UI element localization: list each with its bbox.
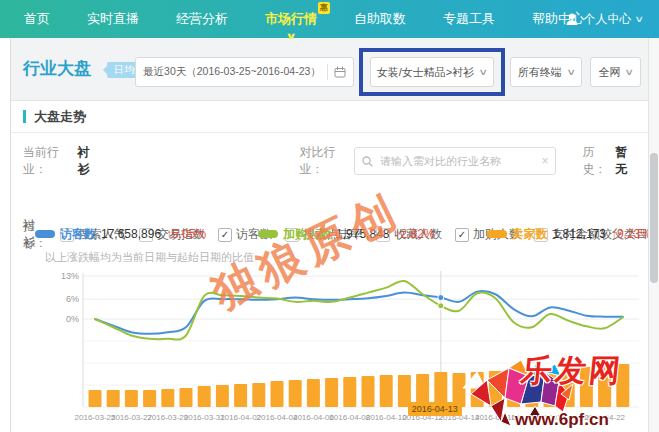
network-select[interactable]: 全网 ∨ (590, 57, 641, 87)
chevron-down-icon: ∨ (635, 14, 645, 24)
annotation-highlight-box: 女装/女士精品>衬衫 ∨ (359, 48, 505, 96)
date-range-picker[interactable]: 最近30天（2016-03-25~2016-04-23） (135, 57, 354, 87)
site-logo: 乐发网 www.6pf.cn (457, 350, 649, 430)
site-name: 乐发网 (519, 350, 625, 392)
chevron-down-icon: ∨ (566, 67, 576, 77)
nav-item-analysis[interactable]: 经营分析 (176, 10, 228, 28)
industry-row: 当前行业： 衬衫 对比行业： × 历史： 暂无 (23, 147, 637, 175)
svg-text:2016-04-10: 2016-04-10 (366, 413, 407, 422)
user-icon (566, 13, 578, 25)
legend-name: 访客数 (60, 226, 96, 243)
history-label: 历史： (582, 144, 615, 178)
category-select[interactable]: 女装/女士精品>衬衫 ∨ (370, 57, 494, 87)
nav-item-live[interactable]: 实时直播 (87, 10, 139, 28)
promo-badge-icon: 惠 (318, 2, 330, 14)
nav-item-home[interactable]: 首页 (24, 10, 50, 28)
user-menu-label: 个人中心 (583, 11, 631, 28)
terminal-select[interactable]: 所有终端 ∨ (510, 57, 583, 87)
section-title: 大盘走势 (34, 101, 86, 132)
svg-text:2016-03-31: 2016-03-31 (184, 413, 225, 422)
date-range-label: 最近30天（2016-03-25~2016-04-23） (143, 65, 321, 79)
toolbar: 行业大盘 日均值 最近30天（2016-03-25~2016-04-23） 女装… (11, 48, 645, 96)
clear-icon[interactable]: × (541, 154, 548, 168)
legend-row: 衬衫 访客数 17,658,896 ↑5.05% 加购人数 1,975,848 … (23, 217, 637, 251)
legend-change-value: 9.23% (617, 227, 651, 241)
compare-industry-label: 对比行业： (299, 144, 354, 178)
svg-text:6%: 6% (66, 294, 79, 304)
site-url: www.6pf.cn (515, 410, 609, 430)
compare-search-box: × (354, 147, 556, 175)
scrollbar-thumb[interactable] (650, 153, 658, 283)
scrollbar-track[interactable] (648, 38, 659, 432)
nav-item-market[interactable]: 市场行情 惠 ∨ (265, 10, 317, 28)
terminal-select-value: 所有终端 (518, 65, 562, 80)
compare-search-input[interactable] (378, 154, 536, 168)
legend-industry: 衬衫 (23, 217, 35, 251)
svg-text:2016-04-08: 2016-04-08 (329, 413, 370, 422)
chevron-down-icon: ∨ (285, 31, 297, 41)
legend-value: 1,812,173 (553, 227, 606, 241)
market-trend-page: { "nav": { "items": [ {"label": "首页"}, {… (0, 0, 659, 432)
page-title: 行业大盘 (23, 57, 91, 80)
user-menu[interactable]: 个人中心 ∨ (566, 0, 643, 38)
legend-swatch (487, 230, 507, 238)
svg-text:2016-03-29: 2016-03-29 (147, 413, 188, 422)
svg-text:2016-03-25: 2016-03-25 (75, 413, 116, 422)
svg-text:2016-04-02: 2016-04-02 (220, 413, 261, 422)
category-select-value: 女装/女士精品>衬衫 (377, 65, 474, 80)
current-industry-value: 衬衫 (78, 144, 100, 178)
legend-swatch (258, 230, 278, 238)
svg-text:2016-04-06: 2016-04-06 (293, 413, 334, 422)
nav-item-data-extract[interactable]: 自助取数 (354, 10, 406, 28)
legend-name: 加购人数 (283, 226, 331, 243)
legend-change-value: 2.82% (400, 227, 434, 241)
legend-swatch (35, 230, 55, 238)
search-icon (362, 156, 373, 167)
svg-text:2016-03-27: 2016-03-27 (111, 413, 152, 422)
section-header: 大盘走势 (11, 101, 649, 133)
calendar-icon (334, 66, 346, 78)
legend-value: 17,658,896 (101, 227, 161, 241)
legend-change-value: 5.05% (172, 227, 206, 241)
legend-change: ↑2.82% (394, 227, 434, 241)
legend-change: ↑5.05% (166, 227, 206, 241)
network-select-value: 全网 (598, 65, 620, 80)
history-value: 暂无 (615, 144, 637, 178)
svg-text:2016-04-04: 2016-04-04 (257, 413, 298, 422)
legend-item-visitors[interactable]: 访客数 17,658,896 ↑5.05% (35, 226, 206, 243)
legend-change: ↑9.23% (611, 227, 651, 241)
chevron-down-icon: ∨ (625, 67, 635, 77)
legend-item-cart-adders[interactable]: 加购人数 1,975,848 ↑2.82% (258, 226, 434, 243)
legend-value: 1,975,848 (336, 227, 389, 241)
nav-item-market-label: 市场行情 (265, 11, 317, 26)
chevron-down-icon: ∨ (479, 67, 489, 77)
top-nav: 首页 实时直播 经营分析 市场行情 惠 ∨ 自助取数 专题工具 帮助中心 个人中… (0, 0, 659, 38)
legend-item-sellers[interactable]: 卖家数 1,812,173 ↑9.23% (487, 226, 651, 243)
nav-item-tools[interactable]: 专题工具 (443, 10, 495, 28)
legend-name: 卖家数 (512, 226, 548, 243)
selected-date-badge: 2016-04-13 (408, 402, 462, 416)
svg-text:13%: 13% (61, 271, 79, 281)
divider (327, 64, 328, 80)
section-accent-bar (23, 110, 26, 123)
toolbar-controls: 最近30天（2016-03-25~2016-04-23） 女装/女士精品>衬衫 … (135, 48, 641, 96)
svg-text:0%: 0% (66, 314, 79, 324)
current-industry-label: 当前行业： (23, 144, 78, 178)
